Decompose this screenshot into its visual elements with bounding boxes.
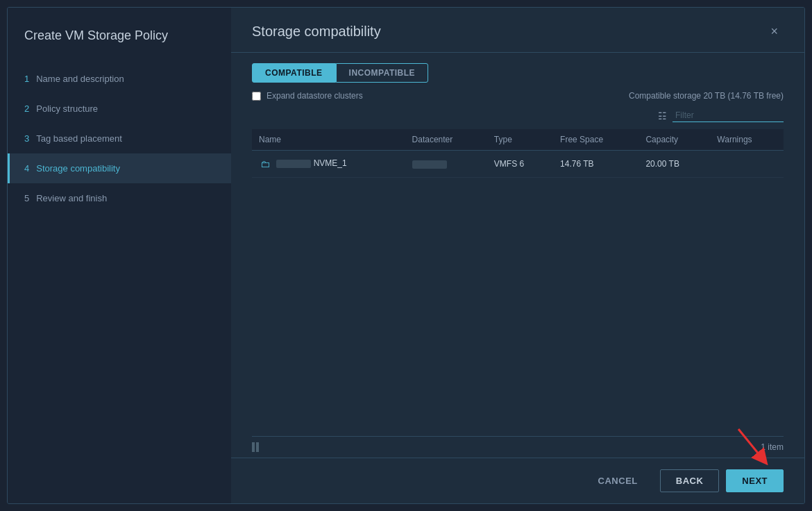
cancel-button[interactable]: CANCEL (583, 470, 653, 492)
next-arrow-indicator (725, 426, 773, 467)
col-header-name: Name (252, 129, 405, 151)
expand-datastore-label[interactable]: Expand datastore clusters (252, 91, 363, 101)
next-button[interactable]: NEXT (726, 469, 784, 492)
datastore-icon: 🗀 (259, 158, 271, 170)
datacenter-blurred-name (276, 160, 311, 168)
sidebar-item-label-4: Storage compatibility (36, 163, 120, 174)
main-content: Storage compatibility × COMPATIBLE INCOM… (231, 8, 804, 503)
main-title: Storage compatibility (252, 24, 381, 40)
table-header-row: Name Datacenter Type Free Space Capacity… (252, 129, 784, 151)
col-header-datacenter: Datacenter (405, 129, 487, 151)
col-header-type: Type (487, 129, 553, 151)
expand-datastore-checkbox[interactable] (252, 92, 261, 101)
toolbar-row: Expand datastore clusters Compatible sto… (231, 83, 804, 109)
step-num-2: 2 (24, 103, 29, 114)
col-header-warnings: Warnings (710, 129, 784, 151)
cell-freespace: 14.76 TB (553, 151, 638, 178)
expand-datastore-text: Expand datastore clusters (267, 91, 363, 101)
sidebar-title: Create VM Storage Policy (8, 15, 231, 64)
back-button[interactable]: BACK (660, 469, 720, 492)
sidebar-item-label-2: Policy structure (36, 103, 98, 114)
storage-table-container: Name Datacenter Type Free Space Capacity… (252, 129, 784, 436)
sidebar: Create VM Storage Policy 1 Name and desc… (8, 8, 231, 503)
compatible-storage-info: Compatible storage 20 TB (14.76 TB free) (629, 91, 784, 101)
filter-icon: ☷ (658, 110, 667, 122)
table-footer: 1 item (252, 436, 784, 458)
sidebar-item-label-5: Review and finish (36, 193, 107, 203)
sidebar-item-policy-structure[interactable]: 2 Policy structure (8, 94, 231, 124)
cell-type: VMFS 6 (487, 151, 553, 178)
sidebar-item-name-description[interactable]: 1 Name and description (8, 64, 231, 94)
sidebar-item-review-finish[interactable]: 5 Review and finish (8, 183, 231, 213)
sidebar-item-tag-placement[interactable]: 3 Tag based placement (8, 124, 231, 153)
filter-row: ☷ (231, 109, 804, 129)
columns-toggle-icon[interactable] (252, 442, 259, 452)
step-num-5: 5 (24, 193, 29, 203)
cell-warnings (710, 151, 784, 178)
sidebar-item-label-1: Name and description (36, 74, 124, 84)
tab-bar: COMPATIBLE INCOMPATIBLE (231, 53, 804, 83)
close-button[interactable]: × (765, 22, 784, 42)
step-num-4: 4 (24, 163, 29, 174)
tab-compatible[interactable]: COMPATIBLE (252, 63, 336, 83)
create-vm-storage-policy-dialog: Create VM Storage Policy 1 Name and desc… (7, 7, 805, 504)
datastore-name: NVME_1 (314, 158, 347, 168)
actions-bar: CANCEL BACK NEXT (231, 458, 804, 503)
step-num-1: 1 (24, 74, 29, 84)
sidebar-item-storage-compat[interactable]: 4 Storage compatibility (8, 153, 231, 183)
step-num-3: 3 (24, 133, 29, 144)
datacenter-blurred-value (412, 160, 447, 169)
storage-table: Name Datacenter Type Free Space Capacity… (252, 129, 784, 178)
svg-line-1 (738, 429, 763, 459)
cell-capacity: 20.00 TB (638, 151, 710, 178)
cell-name: 🗀 NVME_1 (252, 151, 405, 178)
col-header-capacity: Capacity (638, 129, 710, 151)
sidebar-item-label-3: Tag based placement (36, 133, 122, 144)
col-header-freespace: Free Space (553, 129, 638, 151)
filter-input[interactable] (673, 109, 784, 122)
tab-incompatible[interactable]: INCOMPATIBLE (336, 63, 429, 83)
main-header: Storage compatibility × (231, 8, 804, 53)
cell-datacenter (405, 151, 487, 178)
table-row[interactable]: 🗀 NVME_1 VMFS 6 14.76 TB 20.00 TB (252, 151, 784, 178)
